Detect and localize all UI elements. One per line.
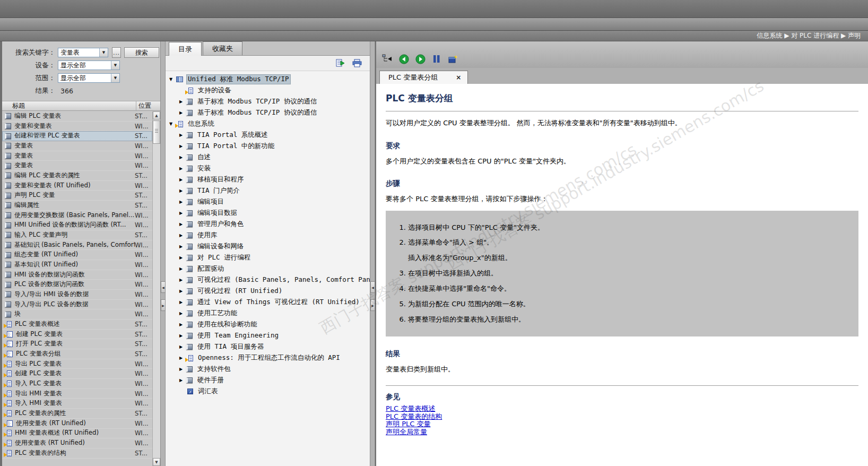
tree-collapsed-icon[interactable]: ▶ — [179, 177, 186, 182]
search-result-row[interactable]: PLC 变量表的结构ST... — [2, 448, 152, 459]
close-icon[interactable]: × — [456, 74, 461, 81]
toc-tree-item[interactable]: 词汇表 — [166, 386, 370, 397]
expand-left-icon[interactable]: ▶ — [161, 299, 166, 311]
tree-collapsed-icon[interactable]: ▶ — [179, 322, 186, 327]
tree-collapsed-icon[interactable]: ▶ — [179, 289, 186, 294]
toc-tree-item[interactable]: ▶编辑设备和网络 — [166, 241, 370, 252]
sync-toc-icon[interactable] — [335, 58, 346, 68]
tree-collapsed-icon[interactable]: ▶ — [179, 367, 186, 372]
search-result-row[interactable]: 导入/导出 PLC 设备的数据WI... — [2, 300, 152, 310]
splitter-left[interactable]: ◀ ▶ — [160, 41, 166, 466]
toc-tree-item[interactable]: ▼Unified 标准 Modbus TCP/IP — [166, 74, 370, 85]
tab-contents[interactable]: 目录 — [169, 42, 202, 56]
see-also-link[interactable]: PLC 变量表概述 — [386, 405, 435, 412]
search-result-row[interactable]: 变量表WI... — [2, 161, 152, 171]
content-tab[interactable]: PLC 变量表分组 × — [379, 71, 468, 84]
search-result-row[interactable]: 导入/导出 HMI 设备的数据WI... — [2, 290, 152, 300]
see-also-link[interactable]: 声明全局常量 — [386, 428, 427, 436]
toc-tree-item[interactable]: ▶基于标准 Modbus TCP/IP 协议的通信 — [166, 96, 370, 107]
browse-button[interactable]: ... — [112, 47, 121, 58]
search-result-row[interactable]: 块WI... — [2, 309, 152, 320]
chevron-down-icon[interactable]: ▼ — [99, 48, 108, 57]
search-result-row[interactable]: 基础知识 (Basic Panels, Panels, Comfort...WI… — [2, 240, 152, 251]
tree-collapsed-icon[interactable]: ▶ — [179, 233, 186, 238]
tree-collapsed-icon[interactable]: ▶ — [179, 211, 186, 215]
toc-tree-item[interactable]: ▶对 PLC 进行编程 — [166, 252, 370, 263]
collapse-right-icon[interactable]: ◀ — [370, 281, 375, 293]
toc-tree-item[interactable]: ▶通过 View of Things 可视化过程 (RT Unified) — [166, 297, 370, 308]
search-result-row[interactable]: 变量和变量表WI... — [2, 122, 152, 132]
bookmarks-icon[interactable] — [431, 54, 442, 64]
column-title[interactable]: 标题 — [2, 101, 136, 110]
search-result-row[interactable]: 使用变量交换数据 (Basic Panels, Panel...WI... — [2, 211, 152, 221]
search-result-row[interactable]: 变量表WI... — [2, 151, 152, 161]
search-result-row[interactable]: PLC 变量表的属性ST... — [2, 409, 152, 419]
forward-icon[interactable] — [414, 54, 426, 64]
search-result-row[interactable]: 组态变量 (RT Unified)WI... — [2, 250, 152, 260]
tree-collapsed-icon[interactable]: ▶ — [179, 300, 186, 305]
search-result-row[interactable]: 创建 PLC 变量表ST... — [2, 330, 152, 340]
search-result-row[interactable]: 变量和变量表 (RT Unified)WI... — [2, 181, 152, 191]
toc-tree-item[interactable]: ▼信息系统 — [166, 118, 370, 130]
column-location[interactable]: 位置 — [136, 101, 160, 110]
toc-tree-item[interactable]: ▶编辑项目数据 — [166, 208, 370, 219]
search-result-row[interactable]: 编辑 PLC 变量表ST... — [2, 111, 152, 122]
search-result-row[interactable]: 导出 PLC 变量表WI... — [2, 359, 152, 369]
toc-tree-item[interactable]: ▶自述 — [166, 152, 370, 163]
toc-tree-item[interactable]: ▶编辑项目 — [166, 196, 370, 208]
scroll-up-icon[interactable]: ▲ — [153, 111, 160, 119]
scrollbar-thumb[interactable] — [153, 120, 160, 144]
search-result-row[interactable]: 导入 HMI 变量表WI... — [2, 399, 152, 409]
search-result-row[interactable]: 创建和管理 PLC 变量表ST... — [2, 131, 152, 141]
scroll-down-icon[interactable]: ▼ — [153, 458, 160, 466]
scope-combo[interactable]: 显示全部 ▼ — [58, 73, 120, 83]
add-favorite-icon[interactable]: ✶ — [447, 54, 459, 64]
search-result-row[interactable]: 导入 PLC 变量表WI... — [2, 379, 152, 389]
back-icon[interactable] — [398, 54, 410, 64]
toc-tree-item[interactable]: ▶使用在线和诊断功能 — [166, 319, 370, 330]
toc-tree-item[interactable]: ▶可视化过程 (RT Unified) — [166, 286, 370, 297]
tree-collapsed-icon[interactable]: ▶ — [179, 188, 186, 193]
tree-collapsed-icon[interactable]: ▶ — [179, 166, 186, 171]
toc-tree-item[interactable]: ▶TIA Portal 系统概述 — [166, 130, 370, 141]
tree-collapsed-icon[interactable]: ▶ — [179, 133, 186, 137]
search-result-row[interactable]: 编辑属性ST... — [2, 201, 152, 211]
locate-in-toc-icon[interactable] — [381, 54, 393, 64]
search-result-row[interactable]: 打开 PLC 变量表ST... — [2, 339, 152, 349]
tree-collapsed-icon[interactable]: ▶ — [179, 311, 186, 316]
toc-tree-item[interactable]: ▶可视化过程 (Basic Panels, Panels, Comfort Pa… — [166, 274, 370, 286]
keyword-combo[interactable]: 变量表 ▼ — [58, 48, 108, 57]
toc-tree-item[interactable]: ▶使用库 — [166, 230, 370, 241]
toc-tree-item[interactable]: ▶支持软件包 — [166, 364, 370, 375]
collapse-left-icon[interactable]: ◀ — [161, 281, 166, 293]
toc-tree-item[interactable]: ▶Openness: 用于工程组态工作流自动化的 API — [166, 352, 370, 364]
see-also-link[interactable]: PLC 变量表的结构 — [386, 413, 442, 420]
tree-collapsed-icon[interactable]: ▶ — [179, 155, 186, 160]
toc-tree-item[interactable]: ▶基于标准 Modbus TCP/IP 协议的通信 — [166, 107, 370, 118]
search-result-row[interactable]: PLC 设备的数据访问函数WI... — [2, 280, 152, 290]
tree-collapsed-icon[interactable]: ▶ — [179, 266, 186, 271]
toc-tree-item[interactable]: ▶使用 Team Engineering — [166, 330, 370, 341]
toc-tree-item[interactable]: ▶硬件手册 — [166, 375, 370, 386]
tree-collapsed-icon[interactable]: ▶ — [179, 144, 186, 149]
see-also-link[interactable]: 声明 PLC 变量 — [386, 420, 430, 428]
search-result-row[interactable]: 输入 PLC 变量声明ST... — [2, 230, 152, 240]
tree-collapsed-icon[interactable]: ▶ — [179, 200, 186, 204]
print-icon[interactable] — [352, 58, 362, 68]
search-result-row[interactable]: 使用变量表 (RT Unified)WI... — [2, 438, 152, 448]
expand-right-icon[interactable]: ▶ — [370, 299, 375, 311]
search-result-row[interactable]: 导出 HMI 变量表WI... — [2, 389, 152, 399]
toc-tree-item[interactable]: ▶TIA 门户简介 — [166, 185, 370, 196]
toc-tree-item[interactable]: ▶安装 — [166, 163, 370, 174]
tree-collapsed-icon[interactable]: ▶ — [179, 222, 186, 227]
toc-tree-item[interactable]: ▶使用工艺功能 — [166, 308, 370, 319]
search-result-row[interactable]: 基本知识 (RT Unified)WI... — [2, 260, 152, 270]
toc-tree-item[interactable]: ▶移植项目和程序 — [166, 174, 370, 185]
search-result-row[interactable]: HMI Unified 设备的数据访问函数 (RT...WI... — [2, 220, 152, 230]
search-button[interactable]: 搜索 — [124, 47, 159, 58]
search-result-row[interactable]: PLC 变量表概述ST... — [2, 320, 152, 330]
results-scrollbar[interactable]: ▲ ▼ — [152, 111, 160, 466]
search-result-row[interactable]: 创建 PLC 变量表WI... — [2, 369, 152, 379]
toc-tree-item[interactable]: 支持的设备 — [166, 85, 370, 96]
search-result-row[interactable]: 变量表WI... — [2, 141, 152, 151]
